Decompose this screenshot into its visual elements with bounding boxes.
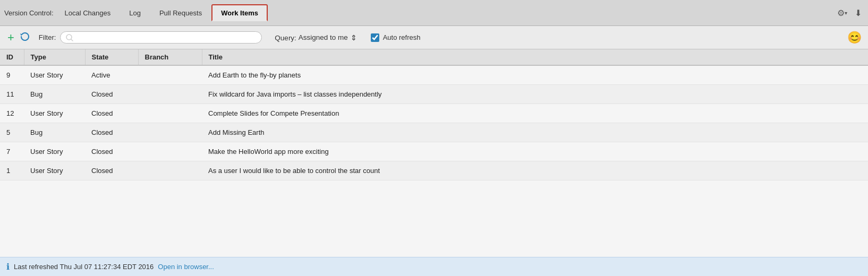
table-header: ID Type State Branch Title	[0, 49, 868, 65]
cell-title: Make the HelloWorld app more exciting	[202, 142, 868, 161]
auto-refresh-checkbox[interactable]	[371, 33, 379, 42]
cell-branch	[138, 161, 202, 180]
col-header-state: State	[85, 49, 138, 65]
cell-branch	[138, 85, 202, 104]
cell-state: Closed	[85, 142, 138, 161]
gear-dropdown-icon: ▾	[845, 10, 847, 16]
download-icon: ⬇	[855, 8, 862, 18]
filter-input[interactable]	[76, 33, 256, 41]
svg-line-1	[71, 39, 73, 41]
query-dropdown[interactable]: Assigned to me ⇕	[299, 33, 357, 42]
table-row[interactable]: 7 User Story Closed Make the HelloWorld …	[0, 142, 868, 161]
table-header-row: ID Type State Branch Title	[0, 49, 868, 65]
settings-button[interactable]: ⚙▾	[835, 7, 849, 19]
table-row[interactable]: 11 Bug Closed Fix wildcard for Java impo…	[0, 85, 868, 104]
filter-label: Filter:	[39, 33, 56, 41]
table-row[interactable]: 9 User Story Active Add Earth to the fly…	[0, 65, 868, 85]
cell-state: Closed	[85, 161, 138, 180]
cell-state: Active	[85, 65, 138, 85]
filter-input-wrapper	[60, 31, 262, 44]
cell-title: Add Earth to the fly-by planets	[202, 65, 868, 85]
main-content: + Filter: Query: Assi	[0, 26, 868, 276]
auto-refresh-label: Auto refresh	[383, 33, 421, 41]
cell-type: User Story	[24, 104, 85, 123]
toolbar-left: +	[6, 31, 31, 44]
table-row[interactable]: 1 User Story Closed As a user I would li…	[0, 161, 868, 180]
cell-branch	[138, 104, 202, 123]
table-row[interactable]: 5 Bug Closed Add Missing Earth	[0, 123, 868, 142]
col-header-branch: Branch	[138, 49, 202, 65]
table-row[interactable]: 12 User Story Closed Complete Slides for…	[0, 104, 868, 123]
cell-state: Closed	[85, 85, 138, 104]
toolbar: + Filter: Query: Assi	[0, 26, 868, 49]
version-control-label: Version Control:	[4, 9, 54, 17]
query-dropdown-arrow: ⇕	[351, 33, 357, 42]
work-items-table-wrap: ID Type State Branch Title 9 User Story …	[0, 49, 868, 257]
col-header-id: ID	[0, 49, 24, 65]
cell-branch	[138, 123, 202, 142]
info-icon: ℹ	[6, 262, 10, 272]
cell-type: User Story	[24, 161, 85, 180]
cell-id: 1	[0, 161, 24, 180]
query-label: Query: Assigned to me ⇕	[275, 33, 356, 42]
refresh-icon	[20, 31, 30, 44]
tab-bar: Version Control: Local Changes Log Pull …	[0, 0, 868, 26]
download-button[interactable]: ⬇	[853, 7, 864, 19]
cell-title: Complete Slides for Compete Presentation	[202, 104, 868, 123]
refresh-button[interactable]	[19, 31, 31, 44]
cell-title: Add Missing Earth	[202, 123, 868, 142]
cell-state: Closed	[85, 123, 138, 142]
work-items-table: ID Type State Branch Title 9 User Story …	[0, 49, 868, 180]
cell-type: Bug	[24, 85, 85, 104]
cell-state: Closed	[85, 104, 138, 123]
cell-type: Bug	[24, 123, 85, 142]
search-icon	[66, 34, 73, 41]
open-in-browser-link[interactable]: Open in browser...	[158, 263, 214, 271]
status-bar: ℹ Last refreshed Thu Jul 07 11:27:34 EDT…	[0, 257, 868, 276]
tab-local-changes[interactable]: Local Changes	[56, 4, 120, 21]
cell-title: As a user I would like to be able to con…	[202, 161, 868, 180]
cell-id: 9	[0, 65, 24, 85]
cell-branch	[138, 142, 202, 161]
cell-id: 11	[0, 85, 24, 104]
cell-id: 5	[0, 123, 24, 142]
cell-type: User Story	[24, 65, 85, 85]
tab-bar-actions: ⚙▾ ⬇	[835, 7, 864, 19]
cell-branch	[138, 65, 202, 85]
tab-log[interactable]: Log	[120, 4, 150, 21]
auto-refresh-wrapper: Auto refresh	[371, 33, 421, 42]
cell-title: Fix wildcard for Java imports – list cla…	[202, 85, 868, 104]
tab-work-items[interactable]: Work Items	[211, 4, 268, 21]
add-icon: +	[7, 31, 14, 44]
status-text: Last refreshed Thu Jul 07 11:27:34 EDT 2…	[14, 263, 154, 271]
smiley-icon[interactable]: 😊	[847, 31, 862, 44]
toolbar-right: 😊	[847, 31, 862, 45]
col-header-type: Type	[24, 49, 85, 65]
tab-pull-requests[interactable]: Pull Requests	[150, 4, 211, 21]
cell-id: 7	[0, 142, 24, 161]
table-body: 9 User Story Active Add Earth to the fly…	[0, 65, 868, 180]
col-header-title: Title	[202, 49, 868, 65]
gear-icon: ⚙	[837, 8, 845, 18]
cell-type: User Story	[24, 142, 85, 161]
cell-id: 12	[0, 104, 24, 123]
add-work-item-button[interactable]: +	[6, 32, 15, 44]
